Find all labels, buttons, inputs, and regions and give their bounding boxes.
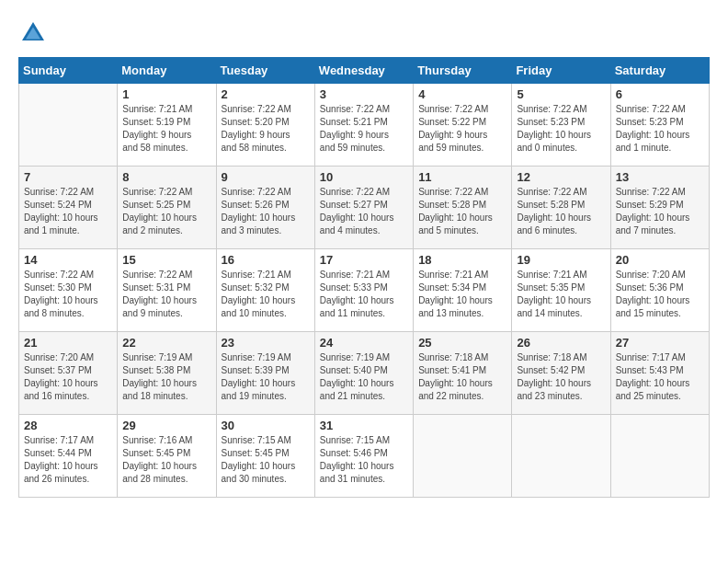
calendar-cell: 4Sunrise: 7:22 AM Sunset: 5:22 PM Daylig… <box>414 84 512 167</box>
day-info: Sunrise: 7:22 AM Sunset: 5:30 PM Dayligh… <box>24 269 112 320</box>
day-number: 13 <box>616 170 704 184</box>
calendar-cell: 8Sunrise: 7:22 AM Sunset: 5:25 PM Daylig… <box>118 167 216 249</box>
calendar-cell: 17Sunrise: 7:21 AM Sunset: 5:33 PM Dayli… <box>314 249 413 332</box>
day-number: 21 <box>24 336 112 350</box>
day-number: 10 <box>320 170 408 184</box>
day-info: Sunrise: 7:18 AM Sunset: 5:42 PM Dayligh… <box>517 351 605 403</box>
day-info: Sunrise: 7:19 AM Sunset: 5:38 PM Dayligh… <box>122 351 210 403</box>
day-number: 25 <box>418 336 506 350</box>
day-info: Sunrise: 7:20 AM Sunset: 5:36 PM Dayligh… <box>616 269 704 320</box>
day-number: 9 <box>222 170 310 184</box>
day-number: 12 <box>517 170 605 184</box>
weekday-header-tuesday: Tuesday <box>216 58 314 84</box>
day-number: 24 <box>320 336 408 350</box>
day-info: Sunrise: 7:15 AM Sunset: 5:46 PM Dayligh… <box>320 434 408 486</box>
day-number: 27 <box>616 336 704 350</box>
day-number: 5 <box>517 87 605 101</box>
calendar-cell <box>414 415 512 498</box>
day-number: 30 <box>222 419 310 432</box>
calendar-cell: 9Sunrise: 7:22 AM Sunset: 5:26 PM Daylig… <box>216 167 314 249</box>
day-info: Sunrise: 7:22 AM Sunset: 5:23 PM Dayligh… <box>517 103 605 155</box>
day-number: 31 <box>320 419 408 432</box>
day-info: Sunrise: 7:22 AM Sunset: 5:25 PM Dayligh… <box>122 186 210 237</box>
calendar-cell: 22Sunrise: 7:19 AM Sunset: 5:38 PM Dayli… <box>118 332 216 415</box>
calendar-cell: 15Sunrise: 7:22 AM Sunset: 5:31 PM Dayli… <box>118 249 216 332</box>
calendar-cell: 14Sunrise: 7:22 AM Sunset: 5:30 PM Dayli… <box>19 249 118 332</box>
calendar-cell: 16Sunrise: 7:21 AM Sunset: 5:32 PM Dayli… <box>216 249 314 332</box>
day-number: 11 <box>418 170 506 184</box>
logo <box>18 18 51 48</box>
day-info: Sunrise: 7:22 AM Sunset: 5:26 PM Dayligh… <box>222 186 310 237</box>
day-number: 4 <box>418 87 506 101</box>
calendar-week-row: 14Sunrise: 7:22 AM Sunset: 5:30 PM Dayli… <box>19 249 710 332</box>
calendar-week-row: 28Sunrise: 7:17 AM Sunset: 5:44 PM Dayli… <box>19 415 710 498</box>
day-number: 3 <box>320 87 408 101</box>
day-info: Sunrise: 7:20 AM Sunset: 5:37 PM Dayligh… <box>24 351 112 403</box>
calendar-cell: 10Sunrise: 7:22 AM Sunset: 5:27 PM Dayli… <box>314 167 413 249</box>
day-number: 28 <box>24 419 112 432</box>
day-info: Sunrise: 7:22 AM Sunset: 5:22 PM Dayligh… <box>418 103 506 155</box>
calendar-cell: 3Sunrise: 7:22 AM Sunset: 5:21 PM Daylig… <box>314 84 413 167</box>
day-number: 22 <box>122 336 210 350</box>
weekday-header-monday: Monday <box>118 58 216 84</box>
calendar-cell <box>610 415 709 498</box>
day-info: Sunrise: 7:21 AM Sunset: 5:35 PM Dayligh… <box>517 269 605 320</box>
weekday-header-sunday: Sunday <box>19 58 118 84</box>
day-number: 17 <box>320 253 408 267</box>
day-info: Sunrise: 7:22 AM Sunset: 5:27 PM Dayligh… <box>320 186 408 237</box>
day-info: Sunrise: 7:22 AM Sunset: 5:28 PM Dayligh… <box>418 186 506 237</box>
calendar-cell: 25Sunrise: 7:18 AM Sunset: 5:41 PM Dayli… <box>414 332 512 415</box>
weekday-header-saturday: Saturday <box>610 58 709 84</box>
weekday-header-friday: Friday <box>512 58 610 84</box>
calendar-cell: 13Sunrise: 7:22 AM Sunset: 5:29 PM Dayli… <box>610 167 709 249</box>
day-number: 8 <box>122 170 210 184</box>
calendar-cell: 6Sunrise: 7:22 AM Sunset: 5:23 PM Daylig… <box>610 84 709 167</box>
day-info: Sunrise: 7:22 AM Sunset: 5:28 PM Dayligh… <box>517 186 605 237</box>
calendar-cell: 20Sunrise: 7:20 AM Sunset: 5:36 PM Dayli… <box>610 249 709 332</box>
calendar-cell <box>19 84 118 167</box>
calendar-cell: 12Sunrise: 7:22 AM Sunset: 5:28 PM Dayli… <box>512 167 610 249</box>
day-info: Sunrise: 7:17 AM Sunset: 5:43 PM Dayligh… <box>616 351 704 403</box>
day-info: Sunrise: 7:19 AM Sunset: 5:39 PM Dayligh… <box>222 351 310 403</box>
weekday-header-wednesday: Wednesday <box>314 58 413 84</box>
day-number: 14 <box>24 253 112 267</box>
day-number: 7 <box>24 170 112 184</box>
calendar-cell: 1Sunrise: 7:21 AM Sunset: 5:19 PM Daylig… <box>118 84 216 167</box>
page-header <box>18 18 710 48</box>
day-number: 20 <box>616 253 704 267</box>
day-number: 29 <box>122 419 210 432</box>
day-info: Sunrise: 7:22 AM Sunset: 5:20 PM Dayligh… <box>222 103 310 155</box>
day-info: Sunrise: 7:16 AM Sunset: 5:45 PM Dayligh… <box>122 434 210 486</box>
day-number: 1 <box>122 87 210 101</box>
calendar-cell: 26Sunrise: 7:18 AM Sunset: 5:42 PM Dayli… <box>512 332 610 415</box>
calendar-cell: 31Sunrise: 7:15 AM Sunset: 5:46 PM Dayli… <box>314 415 413 498</box>
calendar-cell: 18Sunrise: 7:21 AM Sunset: 5:34 PM Dayli… <box>414 249 512 332</box>
weekday-header-row: SundayMondayTuesdayWednesdayThursdayFrid… <box>19 58 710 84</box>
calendar-cell: 29Sunrise: 7:16 AM Sunset: 5:45 PM Dayli… <box>118 415 216 498</box>
day-info: Sunrise: 7:22 AM Sunset: 5:31 PM Dayligh… <box>122 269 210 320</box>
calendar-cell: 23Sunrise: 7:19 AM Sunset: 5:39 PM Dayli… <box>216 332 314 415</box>
day-number: 16 <box>222 253 310 267</box>
day-info: Sunrise: 7:22 AM Sunset: 5:24 PM Dayligh… <box>24 186 112 237</box>
day-info: Sunrise: 7:18 AM Sunset: 5:41 PM Dayligh… <box>418 351 506 403</box>
calendar-cell: 19Sunrise: 7:21 AM Sunset: 5:35 PM Dayli… <box>512 249 610 332</box>
calendar-cell: 21Sunrise: 7:20 AM Sunset: 5:37 PM Dayli… <box>19 332 118 415</box>
day-info: Sunrise: 7:22 AM Sunset: 5:29 PM Dayligh… <box>616 186 704 237</box>
weekday-header-thursday: Thursday <box>414 58 512 84</box>
day-info: Sunrise: 7:17 AM Sunset: 5:44 PM Dayligh… <box>24 434 112 486</box>
calendar-cell: 5Sunrise: 7:22 AM Sunset: 5:23 PM Daylig… <box>512 84 610 167</box>
calendar-week-row: 7Sunrise: 7:22 AM Sunset: 5:24 PM Daylig… <box>19 167 710 249</box>
day-info: Sunrise: 7:21 AM Sunset: 5:32 PM Dayligh… <box>222 269 310 320</box>
day-number: 26 <box>517 336 605 350</box>
calendar-cell: 2Sunrise: 7:22 AM Sunset: 5:20 PM Daylig… <box>216 84 314 167</box>
calendar-cell: 28Sunrise: 7:17 AM Sunset: 5:44 PM Dayli… <box>19 415 118 498</box>
day-info: Sunrise: 7:21 AM Sunset: 5:33 PM Dayligh… <box>320 269 408 320</box>
calendar-cell: 11Sunrise: 7:22 AM Sunset: 5:28 PM Dayli… <box>414 167 512 249</box>
day-info: Sunrise: 7:15 AM Sunset: 5:45 PM Dayligh… <box>222 434 310 486</box>
day-info: Sunrise: 7:19 AM Sunset: 5:40 PM Dayligh… <box>320 351 408 403</box>
day-number: 19 <box>517 253 605 267</box>
calendar-week-row: 1Sunrise: 7:21 AM Sunset: 5:19 PM Daylig… <box>19 84 710 167</box>
calendar-cell: 7Sunrise: 7:22 AM Sunset: 5:24 PM Daylig… <box>19 167 118 249</box>
calendar-table: SundayMondayTuesdayWednesdayThursdayFrid… <box>18 57 710 498</box>
day-number: 23 <box>222 336 310 350</box>
